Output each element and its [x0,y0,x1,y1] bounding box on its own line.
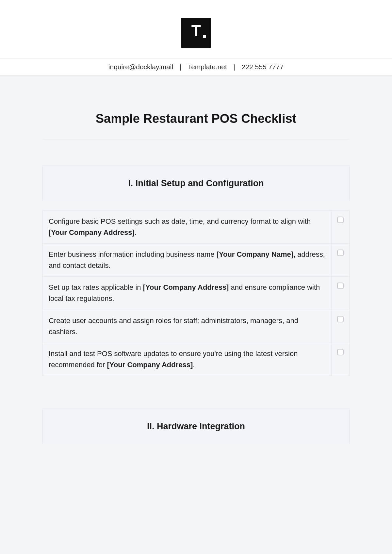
checklist-row: Enter business information including bus… [42,244,350,277]
separator: | [178,63,183,71]
page-title: Sample Restaurant POS Checklist [42,112,350,126]
checklist-item-text: Enter business information including bus… [43,244,332,276]
item-text-bold: [Your Company Name] [217,250,294,258]
item-text-bold: [Your Company Address] [107,361,193,369]
item-text-bold: [Your Company Address] [49,228,135,236]
item-text-pre: Enter business information including bus… [49,250,217,258]
checkbox-cell [332,277,349,309]
item-text-pre: Create user accounts and assign roles fo… [49,317,298,336]
contact-email: inquire@docklay.mail [108,63,173,71]
item-text-pre: Configure basic POS settings such as dat… [49,217,311,225]
checkbox[interactable] [337,217,344,223]
checkbox[interactable] [337,349,344,355]
section-heading-1: I. Initial Setup and Configuration [42,166,350,201]
checkbox-cell [332,244,349,276]
checkbox[interactable] [337,283,344,289]
checklist-row: Install and test POS software updates to… [42,343,350,376]
checklist-item-text: Create user accounts and assign roles fo… [43,310,332,343]
section-gap [42,376,350,409]
checklist-row: Create user accounts and assign roles fo… [42,310,350,343]
checklist-item-text: Configure basic POS settings such as dat… [43,211,332,243]
page: T inquire@docklay.mail | Template.net | … [0,0,392,554]
item-text-post: . [193,361,195,369]
logo: T [181,18,211,48]
checklist-row: Configure basic POS settings such as dat… [42,210,350,244]
section-heading-2: II. Hardware Integration [42,409,350,444]
checklist-item-text: Set up tax rates applicable in [Your Com… [43,277,332,309]
checklist-row: Set up tax rates applicable in [Your Com… [42,277,350,310]
checkbox-cell [332,343,349,376]
document-body: Sample Restaurant POS Checklist I. Initi… [0,112,392,444]
divider [42,139,350,139]
contact-bar: inquire@docklay.mail | Template.net | 22… [0,58,392,76]
checkbox-cell [332,211,349,243]
item-text-post: . [135,228,137,236]
logo-dot [203,35,206,38]
checklist-item-text: Install and test POS software updates to… [43,343,332,376]
item-text-pre: Set up tax rates applicable in [49,283,143,291]
separator: | [232,63,237,71]
logo-wrap: T [0,18,392,48]
checkbox[interactable] [337,250,344,256]
contact-site: Template.net [188,63,227,71]
logo-letter: T [191,23,201,39]
checklist-1: Configure basic POS settings such as dat… [42,210,350,376]
checkbox-cell [332,310,349,343]
item-text-bold: [Your Company Address] [143,283,229,291]
checkbox[interactable] [337,316,344,322]
contact-phone: 222 555 7777 [242,63,284,71]
header-band: T inquire@docklay.mail | Template.net | … [0,0,392,76]
